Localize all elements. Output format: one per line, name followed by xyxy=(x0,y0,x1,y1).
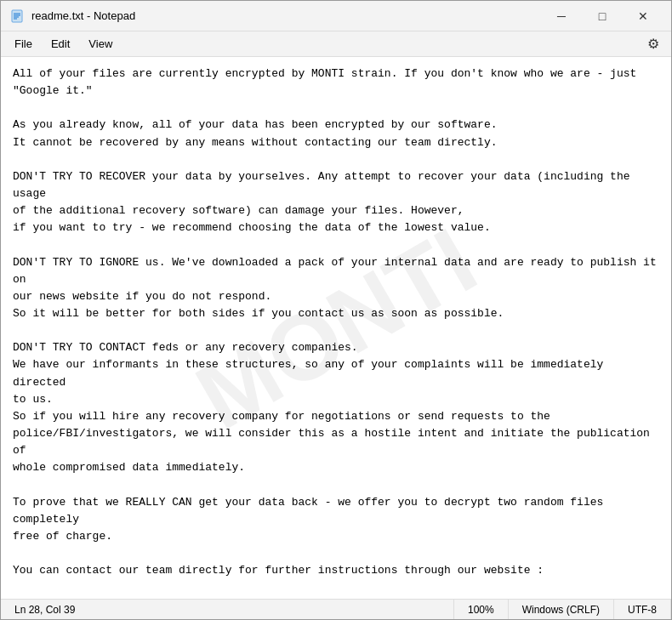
maximize-button[interactable]: □ xyxy=(583,3,622,29)
text-editor-area[interactable]: MONTI All of your files are currently en… xyxy=(1,57,671,599)
close-button[interactable]: ✕ xyxy=(624,3,663,29)
app-icon xyxy=(9,9,25,24)
menu-bar: File Edit View ⚙ xyxy=(1,31,671,57)
window-title: readme.txt - Notepad xyxy=(31,9,542,22)
line-ending: Windows (CRLF) xyxy=(509,600,614,619)
menu-file[interactable]: File xyxy=(6,34,41,54)
status-bar: Ln 28, Col 39 100% Windows (CRLF) UTF-8 xyxy=(1,599,671,619)
window-controls: ─ □ ✕ xyxy=(542,3,663,29)
settings-icon[interactable]: ⚙ xyxy=(641,32,666,55)
menu-view[interactable]: View xyxy=(80,34,121,54)
title-bar: readme.txt - Notepad ─ □ ✕ xyxy=(1,1,671,31)
zoom-level: 100% xyxy=(454,600,509,619)
menu-items: File Edit View xyxy=(6,34,121,54)
minimize-button[interactable]: ─ xyxy=(542,3,581,29)
notepad-content: All of your files are currently encrypte… xyxy=(13,65,659,599)
encoding: UTF-8 xyxy=(614,600,671,619)
notepad-window: readme.txt - Notepad ─ □ ✕ File Edit Vie… xyxy=(0,0,672,620)
cursor-position: Ln 28, Col 39 xyxy=(1,600,454,619)
svg-rect-0 xyxy=(12,10,22,22)
menu-edit[interactable]: Edit xyxy=(43,34,78,54)
